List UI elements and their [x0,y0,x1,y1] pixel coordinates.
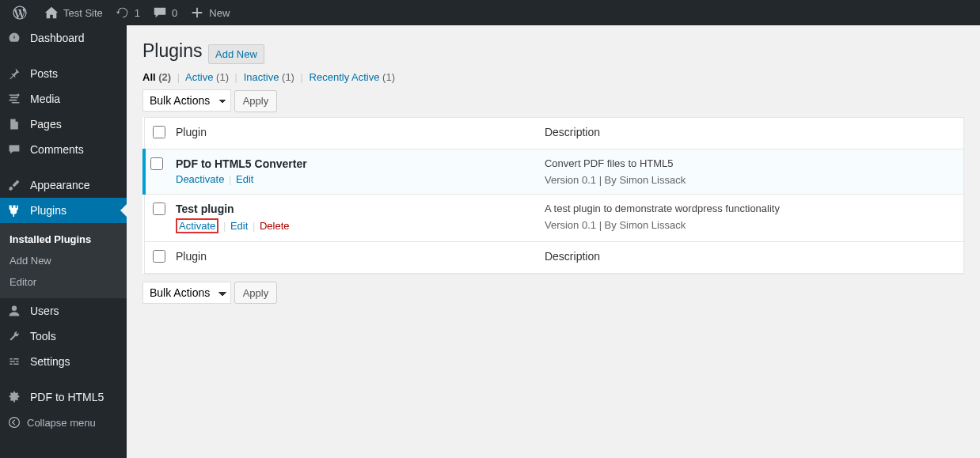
wp-logo[interactable] [6,0,38,25]
updates-link[interactable]: 1 [109,0,146,25]
comments-count: 0 [172,7,177,19]
comments-link[interactable]: 0 [146,0,184,25]
new-label: New [209,7,230,19]
updates-count: 1 [135,7,140,19]
plus-icon [190,6,204,20]
update-icon [116,6,130,20]
site-link[interactable]: Test Site [38,0,109,25]
comment-icon [153,6,167,20]
wordpress-icon [13,6,27,20]
admin-bar: Test Site 1 0 New [0,0,980,25]
new-content-link[interactable]: New [184,0,236,25]
home-icon [44,6,59,20]
site-name: Test Site [63,7,103,19]
